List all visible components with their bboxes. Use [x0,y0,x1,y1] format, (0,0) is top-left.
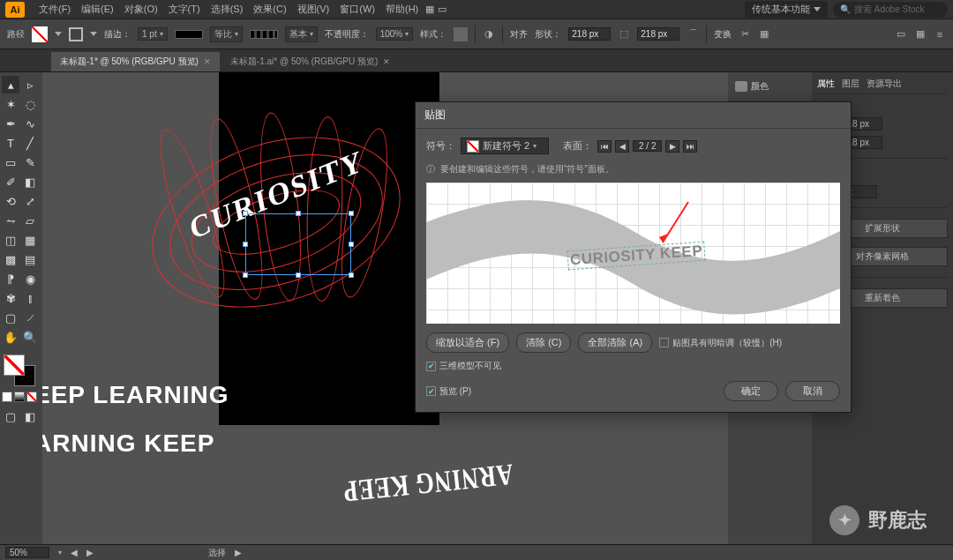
zoom-tool[interactable]: 🔍 [21,328,39,346]
fill-stroke-control[interactable] [2,353,37,388]
eraser-tool[interactable]: ◧ [21,173,39,190]
selection-bounds[interactable] [245,213,351,275]
panel-icon-2[interactable]: ▦ [914,28,927,41]
align-pixel-icon[interactable]: ▦ [758,28,770,41]
magic-wand-tool[interactable]: ✶ [2,95,19,113]
slice-tool[interactable]: ⟋ [21,309,39,326]
brush-preview[interactable] [250,30,278,39]
stock-search[interactable]: 🔍 搜索 Adobe Stock [833,2,948,18]
map-preview[interactable]: CURIOSITY KEEP [426,183,840,324]
clear-button[interactable]: 清除 (C) [516,332,571,353]
direct-selection-tool[interactable]: ▹ [21,76,39,93]
panel-menu-icon[interactable]: ≡ [934,28,946,41]
paintbrush-tool[interactable]: ✎ [21,153,39,171]
style-swatch[interactable] [454,27,468,41]
tab-libraries[interactable]: 资源导出 [867,78,902,90]
mesh-tool[interactable]: ▩ [2,250,19,268]
panel-color[interactable]: 颜色 [732,78,808,95]
menu-window[interactable]: 窗口(W) [334,0,380,19]
rotate-tool[interactable]: ⟲ [2,192,19,210]
invisible-geometry-checkbox[interactable]: ✔ 三维模型不可见 [426,360,501,372]
menu-effect[interactable]: 效果(C) [248,0,291,19]
align-label[interactable]: 对齐 [510,28,528,41]
lasso-tool[interactable]: ◌ [21,95,39,113]
cancel-button[interactable]: 取消 [785,381,840,401]
arrange-icon[interactable]: ▭ [436,4,448,16]
close-icon[interactable]: ✕ [383,57,390,66]
opacity-field[interactable]: 100%▾ [376,27,414,41]
next-surface-button[interactable]: ▶ [665,140,679,153]
zoom-field[interactable]: 50% [5,547,49,558]
artboard-tool[interactable]: ▢ [2,309,19,326]
brush-drop[interactable]: 基本▾ [285,26,318,42]
menu-edit[interactable]: 编辑(E) [76,0,119,19]
color-mode-none[interactable] [26,392,37,402]
color-mode-solid[interactable] [2,392,12,402]
shape-builder-tool[interactable]: ◫ [2,231,19,249]
curvature-tool[interactable]: ∿ [21,115,39,132]
perspective-tool[interactable]: ▦ [21,231,39,249]
corner-icon[interactable]: ⌒ [687,28,699,41]
chevron-down-icon[interactable] [90,32,97,36]
draw-mode[interactable]: ◧ [21,407,39,425]
graph-tool[interactable]: ⫿ [21,289,39,307]
workspace-switcher[interactable]: 传统基本功能 [745,1,828,18]
blend-tool[interactable]: ◉ [21,270,39,287]
clear-all-button[interactable]: 全部清除 (A) [578,332,652,353]
menu-help[interactable]: 帮助(H) [380,0,424,19]
bridge-icon[interactable]: ▦ [424,4,436,16]
width-field[interactable]: 218 px [568,27,611,41]
menu-select[interactable]: 选择(S) [206,0,249,19]
shade-checkbox[interactable]: 贴图具有明暗调（较慢）(H) [659,337,782,349]
menu-view[interactable]: 视图(V) [292,0,335,19]
menu-type[interactable]: 文字(T) [163,0,206,19]
stroke-weight[interactable]: 1 pt▾ [138,27,168,41]
tab-properties[interactable]: 属性 [817,78,835,90]
stroke-profile-drop[interactable]: 等比▾ [210,26,243,42]
rectangle-tool[interactable]: ▭ [2,153,19,171]
scale-to-fit-button[interactable]: 缩放以适合 (F) [426,332,509,353]
selection-tool[interactable]: ▴ [2,76,19,93]
link-wh-icon[interactable]: ⬚ [618,28,630,41]
color-mode-gradient[interactable] [14,392,25,402]
tab-layers[interactable]: 图层 [842,78,859,90]
type-tool[interactable]: T [2,134,19,152]
stroke-swatch[interactable] [69,27,83,41]
stroke-solid-preview[interactable] [175,30,203,39]
first-surface-button[interactable]: ⏮ [597,140,612,153]
document-tab[interactable]: 未标题-1.ai* @ 50% (RGB/GPU 预览) ✕ [221,52,399,71]
symbol-dropdown[interactable]: 新建符号 2 ▾ [461,138,549,154]
last-surface-button[interactable]: ⏭ [683,140,697,153]
hand-tool[interactable]: ✋ [2,328,19,346]
free-transform-tool[interactable]: ▱ [21,212,39,229]
nav-prev[interactable]: ◀ [71,548,78,557]
pen-tool[interactable]: ✒ [2,115,19,132]
document-tab-active[interactable]: 未标题-1* @ 50% (RGB/GPU 预览) ✕ [51,52,220,71]
close-icon[interactable]: ✕ [204,57,211,66]
preview-checkbox[interactable]: ✔ 预览 (P) [426,385,471,398]
menu-file[interactable]: 文件(F) [34,0,76,19]
line-tool[interactable]: ╱ [21,134,39,152]
eyedropper-tool[interactable]: ⁋ [2,270,19,287]
width-tool[interactable]: ⥊ [2,212,19,229]
scale-tool[interactable]: ⤢ [21,192,39,210]
ok-button[interactable]: 确定 [724,381,778,401]
prev-surface-button[interactable]: ◀ [615,140,629,153]
panel-icon-1[interactable]: ▭ [895,28,907,41]
shaper-tool[interactable]: ✐ [2,173,19,190]
menu-object[interactable]: 对象(O) [119,0,163,19]
symbol-sprayer-tool[interactable]: ✾ [2,289,19,307]
recolor-icon[interactable]: ◑ [483,28,495,41]
chevron-down-icon[interactable] [55,32,62,36]
nav-next[interactable]: ▶ [86,548,94,557]
screen-mode[interactable]: ▢ [2,407,19,425]
hint-text: 要创建和编辑这些符号，请使用“符号”面板。 [440,163,614,175]
chevron-down-icon[interactable]: ▾ [58,549,62,556]
nav-play[interactable]: ▶ [235,548,242,557]
isolate-icon[interactable]: ✂ [739,28,751,41]
transform-label[interactable]: 变换 [714,28,732,41]
fill-color[interactable] [4,355,25,376]
gradient-tool[interactable]: ▤ [21,250,39,268]
fill-swatch[interactable] [32,26,48,42]
height-field[interactable]: 218 px [637,27,679,41]
